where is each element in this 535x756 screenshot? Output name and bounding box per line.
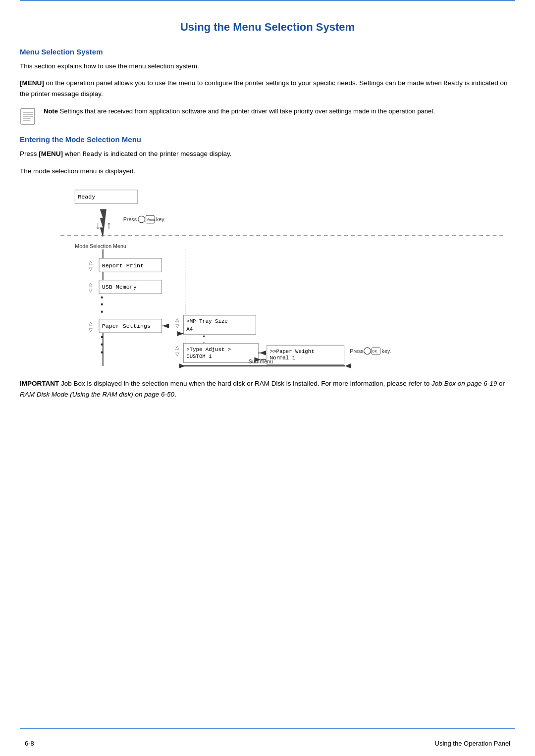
svg-text:CUSTOM 1: CUSTOM 1	[186, 353, 212, 359]
svg-text:Sub-menu: Sub-menu	[249, 359, 273, 365]
svg-text:▽: ▽	[89, 266, 93, 272]
footer-right: Using the Operation Panel	[435, 740, 510, 747]
top-rule	[20, 0, 515, 1]
section2: Entering the Mode Selection Menu Press […	[20, 135, 515, 176]
svg-text:OK: OK	[372, 350, 377, 353]
svg-text:↓: ↓	[95, 219, 101, 231]
svg-marker-8	[100, 209, 107, 237]
svg-text:Paper Settings: Paper Settings	[102, 323, 151, 330]
important-box: IMPORTANT Job Box is displayed in the se…	[20, 378, 515, 400]
important-label: IMPORTANT	[20, 380, 59, 387]
svg-text:Normal 1: Normal 1	[270, 355, 295, 361]
svg-text:▽: ▽	[89, 288, 93, 294]
note-icon	[20, 107, 38, 125]
menu-bold2: [MENU]	[39, 150, 63, 157]
svg-text:Mode Selection Menu: Mode Selection Menu	[75, 243, 126, 249]
svg-text:>>Paper Weight: >>Paper Weight	[270, 349, 315, 354]
svg-text:Press: Press	[123, 216, 137, 222]
svg-marker-66	[345, 364, 351, 369]
svg-text:>MP Tray Size: >MP Tray Size	[186, 319, 228, 325]
svg-text:•: •	[101, 348, 103, 356]
svg-text:△: △	[175, 317, 179, 322]
section1-para1: This section explains how to use the men…	[20, 61, 515, 72]
svg-text:△: △	[89, 321, 93, 326]
svg-text:Press: Press	[350, 348, 363, 354]
svg-text:key.: key.	[156, 216, 165, 222]
svg-text:↑: ↑	[107, 219, 112, 231]
svg-text:▽: ▽	[89, 327, 93, 333]
section1-heading: Menu Selection System	[20, 48, 515, 56]
svg-text:▽: ▽	[175, 324, 179, 329]
svg-text:△: △	[175, 345, 179, 350]
page: Using the Menu Selection System Menu Sel…	[0, 0, 535, 756]
bottom-rule	[20, 728, 515, 729]
svg-text:•: •	[101, 333, 103, 341]
page-title: Using the Menu Selection System	[20, 21, 515, 34]
diagram-svg: Ready ↓ ↑ Press Menu key. Mode Selection	[50, 185, 515, 368]
note-box: Note Settings that are received from app…	[20, 106, 515, 125]
svg-text:▽: ▽	[175, 352, 179, 357]
svg-text:A4: A4	[186, 326, 193, 332]
svg-text:key.: key.	[382, 348, 391, 354]
svg-text:•: •	[101, 307, 103, 316]
important-text: IMPORTANT Job Box is displayed in the se…	[20, 378, 515, 400]
svg-text:Report Print: Report Print	[102, 262, 144, 269]
svg-text:Ready: Ready	[78, 194, 95, 201]
svg-text:•: •	[203, 333, 205, 340]
svg-text:Menu: Menu	[146, 218, 155, 221]
section2-para1: Press [MENU] when Ready is indicated on …	[20, 149, 515, 160]
section1-para2: [MENU] on the operation panel allows you…	[20, 78, 515, 100]
svg-text:•: •	[101, 341, 103, 349]
content-area: Using the Menu Selection System Menu Sel…	[20, 16, 515, 400]
svg-point-12	[138, 216, 145, 223]
diagram-container: Ready ↓ ↑ Press Menu key. Mode Selection	[50, 185, 515, 368]
footer-left: 6-8	[25, 740, 34, 747]
svg-text:△: △	[89, 259, 93, 265]
svg-text:△: △	[89, 281, 93, 287]
svg-text:>Type Adjust   >: >Type Adjust >	[186, 347, 231, 353]
svg-text:USB Memory: USB Memory	[102, 284, 137, 291]
note-text: Note Settings that are received from app…	[44, 106, 435, 116]
menu-bold: [MENU]	[20, 79, 44, 87]
footer: 6-8 Using the Operation Panel	[0, 740, 535, 747]
section1: Menu Selection System This section expla…	[20, 48, 515, 125]
section2-para2: The mode selection menu is displayed.	[20, 166, 515, 177]
section2-heading: Entering the Mode Selection Menu	[20, 135, 515, 144]
svg-point-60	[364, 348, 371, 355]
